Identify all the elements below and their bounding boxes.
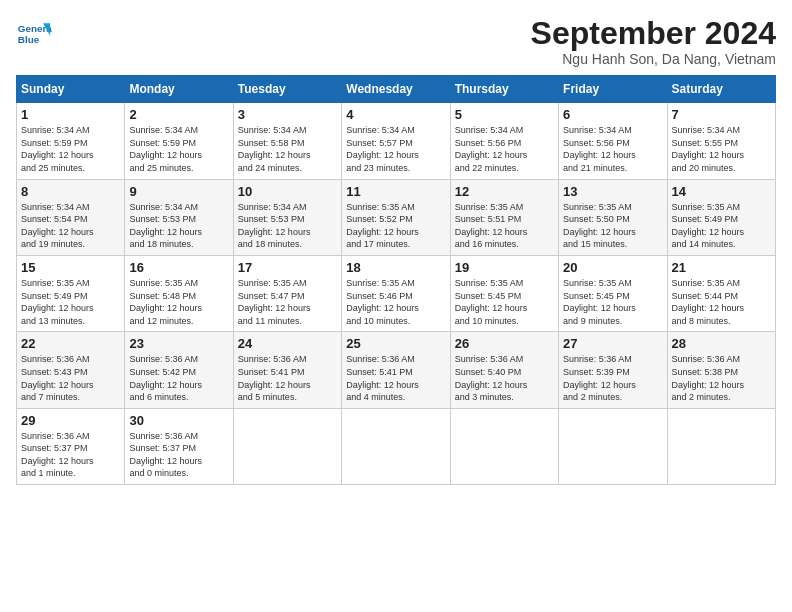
day-info: Sunrise: 5:34 AM Sunset: 5:58 PM Dayligh… <box>238 124 337 174</box>
day-cell: 13Sunrise: 5:35 AM Sunset: 5:50 PM Dayli… <box>559 179 667 255</box>
day-number: 10 <box>238 184 337 199</box>
day-cell: 12Sunrise: 5:35 AM Sunset: 5:51 PM Dayli… <box>450 179 558 255</box>
day-cell: 3Sunrise: 5:34 AM Sunset: 5:58 PM Daylig… <box>233 103 341 179</box>
weekday-wednesday: Wednesday <box>342 76 450 103</box>
weekday-tuesday: Tuesday <box>233 76 341 103</box>
day-number: 17 <box>238 260 337 275</box>
day-cell: 8Sunrise: 5:34 AM Sunset: 5:54 PM Daylig… <box>17 179 125 255</box>
day-cell: 17Sunrise: 5:35 AM Sunset: 5:47 PM Dayli… <box>233 255 341 331</box>
day-number: 9 <box>129 184 228 199</box>
day-cell: 10Sunrise: 5:34 AM Sunset: 5:53 PM Dayli… <box>233 179 341 255</box>
day-number: 6 <box>563 107 662 122</box>
day-number: 24 <box>238 336 337 351</box>
weekday-thursday: Thursday <box>450 76 558 103</box>
day-cell: 27Sunrise: 5:36 AM Sunset: 5:39 PM Dayli… <box>559 332 667 408</box>
day-info: Sunrise: 5:36 AM Sunset: 5:43 PM Dayligh… <box>21 353 120 403</box>
svg-text:Blue: Blue <box>18 34 40 45</box>
day-info: Sunrise: 5:36 AM Sunset: 5:42 PM Dayligh… <box>129 353 228 403</box>
day-number: 12 <box>455 184 554 199</box>
logo-svg: General Blue <box>16 16 52 52</box>
day-info: Sunrise: 5:34 AM Sunset: 5:54 PM Dayligh… <box>21 201 120 251</box>
day-cell <box>559 408 667 484</box>
day-number: 4 <box>346 107 445 122</box>
logo: General Blue <box>16 16 52 52</box>
weekday-saturday: Saturday <box>667 76 775 103</box>
day-number: 28 <box>672 336 771 351</box>
location-title: Ngu Hanh Son, Da Nang, Vietnam <box>531 51 776 67</box>
week-row-3: 15Sunrise: 5:35 AM Sunset: 5:49 PM Dayli… <box>17 255 776 331</box>
weekday-friday: Friday <box>559 76 667 103</box>
weekday-sunday: Sunday <box>17 76 125 103</box>
calendar-header: SundayMondayTuesdayWednesdayThursdayFrid… <box>17 76 776 103</box>
day-number: 13 <box>563 184 662 199</box>
day-cell: 7Sunrise: 5:34 AM Sunset: 5:55 PM Daylig… <box>667 103 775 179</box>
day-number: 16 <box>129 260 228 275</box>
day-info: Sunrise: 5:34 AM Sunset: 5:59 PM Dayligh… <box>21 124 120 174</box>
day-cell <box>450 408 558 484</box>
day-info: Sunrise: 5:35 AM Sunset: 5:46 PM Dayligh… <box>346 277 445 327</box>
day-cell <box>667 408 775 484</box>
day-cell: 9Sunrise: 5:34 AM Sunset: 5:53 PM Daylig… <box>125 179 233 255</box>
day-info: Sunrise: 5:35 AM Sunset: 5:45 PM Dayligh… <box>563 277 662 327</box>
day-number: 30 <box>129 413 228 428</box>
day-cell: 14Sunrise: 5:35 AM Sunset: 5:49 PM Dayli… <box>667 179 775 255</box>
day-number: 29 <box>21 413 120 428</box>
day-number: 1 <box>21 107 120 122</box>
day-info: Sunrise: 5:35 AM Sunset: 5:50 PM Dayligh… <box>563 201 662 251</box>
day-number: 27 <box>563 336 662 351</box>
day-info: Sunrise: 5:36 AM Sunset: 5:41 PM Dayligh… <box>346 353 445 403</box>
day-cell: 19Sunrise: 5:35 AM Sunset: 5:45 PM Dayli… <box>450 255 558 331</box>
day-cell: 23Sunrise: 5:36 AM Sunset: 5:42 PM Dayli… <box>125 332 233 408</box>
day-info: Sunrise: 5:35 AM Sunset: 5:47 PM Dayligh… <box>238 277 337 327</box>
weekday-monday: Monday <box>125 76 233 103</box>
day-cell: 30Sunrise: 5:36 AM Sunset: 5:37 PM Dayli… <box>125 408 233 484</box>
week-row-5: 29Sunrise: 5:36 AM Sunset: 5:37 PM Dayli… <box>17 408 776 484</box>
day-info: Sunrise: 5:34 AM Sunset: 5:56 PM Dayligh… <box>563 124 662 174</box>
calendar-table: SundayMondayTuesdayWednesdayThursdayFrid… <box>16 75 776 485</box>
day-number: 20 <box>563 260 662 275</box>
day-cell: 28Sunrise: 5:36 AM Sunset: 5:38 PM Dayli… <box>667 332 775 408</box>
day-cell: 2Sunrise: 5:34 AM Sunset: 5:59 PM Daylig… <box>125 103 233 179</box>
day-number: 15 <box>21 260 120 275</box>
day-cell: 1Sunrise: 5:34 AM Sunset: 5:59 PM Daylig… <box>17 103 125 179</box>
day-cell: 6Sunrise: 5:34 AM Sunset: 5:56 PM Daylig… <box>559 103 667 179</box>
day-number: 21 <box>672 260 771 275</box>
day-number: 25 <box>346 336 445 351</box>
day-number: 18 <box>346 260 445 275</box>
week-row-2: 8Sunrise: 5:34 AM Sunset: 5:54 PM Daylig… <box>17 179 776 255</box>
day-cell: 29Sunrise: 5:36 AM Sunset: 5:37 PM Dayli… <box>17 408 125 484</box>
day-cell: 5Sunrise: 5:34 AM Sunset: 5:56 PM Daylig… <box>450 103 558 179</box>
day-number: 22 <box>21 336 120 351</box>
day-cell: 25Sunrise: 5:36 AM Sunset: 5:41 PM Dayli… <box>342 332 450 408</box>
day-cell: 4Sunrise: 5:34 AM Sunset: 5:57 PM Daylig… <box>342 103 450 179</box>
day-cell: 21Sunrise: 5:35 AM Sunset: 5:44 PM Dayli… <box>667 255 775 331</box>
title-area: September 2024 Ngu Hanh Son, Da Nang, Vi… <box>531 16 776 67</box>
day-info: Sunrise: 5:34 AM Sunset: 5:53 PM Dayligh… <box>129 201 228 251</box>
day-number: 8 <box>21 184 120 199</box>
day-cell: 16Sunrise: 5:35 AM Sunset: 5:48 PM Dayli… <box>125 255 233 331</box>
day-info: Sunrise: 5:35 AM Sunset: 5:48 PM Dayligh… <box>129 277 228 327</box>
day-info: Sunrise: 5:34 AM Sunset: 5:53 PM Dayligh… <box>238 201 337 251</box>
day-number: 2 <box>129 107 228 122</box>
day-number: 23 <box>129 336 228 351</box>
day-cell: 20Sunrise: 5:35 AM Sunset: 5:45 PM Dayli… <box>559 255 667 331</box>
day-info: Sunrise: 5:35 AM Sunset: 5:49 PM Dayligh… <box>21 277 120 327</box>
day-info: Sunrise: 5:36 AM Sunset: 5:37 PM Dayligh… <box>21 430 120 480</box>
day-cell: 26Sunrise: 5:36 AM Sunset: 5:40 PM Dayli… <box>450 332 558 408</box>
day-cell: 22Sunrise: 5:36 AM Sunset: 5:43 PM Dayli… <box>17 332 125 408</box>
day-info: Sunrise: 5:36 AM Sunset: 5:40 PM Dayligh… <box>455 353 554 403</box>
header: General Blue September 2024 Ngu Hanh Son… <box>16 16 776 67</box>
day-info: Sunrise: 5:35 AM Sunset: 5:45 PM Dayligh… <box>455 277 554 327</box>
day-cell <box>342 408 450 484</box>
month-title: September 2024 <box>531 16 776 51</box>
day-info: Sunrise: 5:35 AM Sunset: 5:44 PM Dayligh… <box>672 277 771 327</box>
weekday-row: SundayMondayTuesdayWednesdayThursdayFrid… <box>17 76 776 103</box>
week-row-1: 1Sunrise: 5:34 AM Sunset: 5:59 PM Daylig… <box>17 103 776 179</box>
day-number: 3 <box>238 107 337 122</box>
day-info: Sunrise: 5:35 AM Sunset: 5:52 PM Dayligh… <box>346 201 445 251</box>
day-info: Sunrise: 5:34 AM Sunset: 5:59 PM Dayligh… <box>129 124 228 174</box>
day-number: 26 <box>455 336 554 351</box>
day-number: 14 <box>672 184 771 199</box>
day-cell: 24Sunrise: 5:36 AM Sunset: 5:41 PM Dayli… <box>233 332 341 408</box>
day-info: Sunrise: 5:35 AM Sunset: 5:51 PM Dayligh… <box>455 201 554 251</box>
